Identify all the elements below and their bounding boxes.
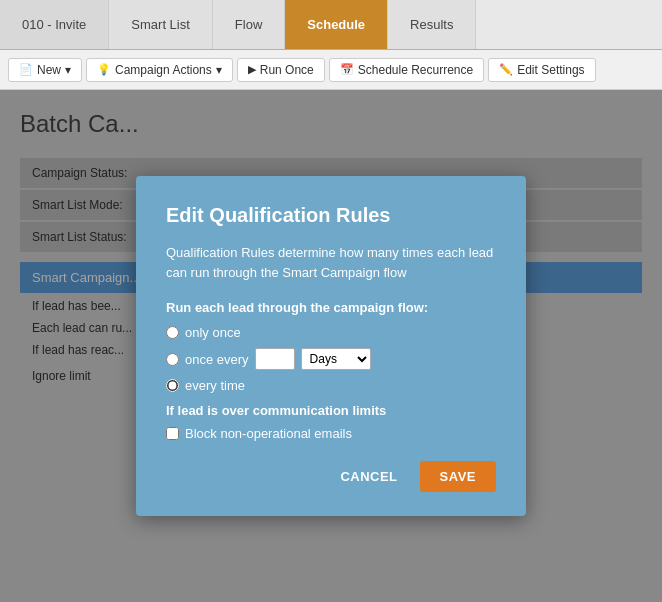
modal-description: Qualification Rules determine how many t… [166, 243, 496, 282]
new-dropdown-icon: ▾ [65, 63, 71, 77]
block-emails-label: Block non-operational emails [185, 426, 352, 441]
tab-schedule[interactable]: Schedule [285, 0, 388, 49]
days-select[interactable]: Days Weeks Months [301, 348, 371, 370]
new-icon: 📄 [19, 63, 33, 76]
modal-title: Edit Qualification Rules [166, 204, 496, 227]
comm-section: If lead is over communication limits Blo… [166, 403, 496, 441]
cancel-button[interactable]: CANCEL [326, 461, 411, 492]
radio-once-every[interactable] [166, 353, 179, 366]
save-button[interactable]: SAVE [420, 461, 496, 492]
radio-once-every-row: once every Days Weeks Months [166, 348, 496, 370]
days-input[interactable] [255, 348, 295, 370]
main-content: Batch Ca... Campaign Status: Smart List … [0, 90, 662, 602]
block-emails-checkbox[interactable] [166, 427, 179, 440]
radio-only-once-label: only once [185, 325, 241, 340]
new-button[interactable]: 📄 New ▾ [8, 58, 82, 82]
radio-only-once[interactable] [166, 326, 179, 339]
run-once-icon: ▶ [248, 63, 256, 76]
radio-group: only once once every Days Weeks Months e… [166, 325, 496, 393]
run-once-button[interactable]: ▶ Run Once [237, 58, 325, 82]
schedule-recurrence-button[interactable]: 📅 Schedule Recurrence [329, 58, 484, 82]
run-section-label: Run each lead through the campaign flow: [166, 300, 496, 315]
edit-settings-button[interactable]: ✏️ Edit Settings [488, 58, 595, 82]
edit-settings-icon: ✏️ [499, 63, 513, 76]
block-emails-row: Block non-operational emails [166, 426, 496, 441]
toolbar: 📄 New ▾ 💡 Campaign Actions ▾ ▶ Run Once … [0, 50, 662, 90]
schedule-icon: 📅 [340, 63, 354, 76]
top-nav: 010 - Invite Smart List Flow Schedule Re… [0, 0, 662, 50]
radio-only-once-row: only once [166, 325, 496, 340]
comm-section-label: If lead is over communication limits [166, 403, 496, 418]
edit-qualification-modal: Edit Qualification Rules Qualification R… [136, 176, 526, 516]
tab-results[interactable]: Results [388, 0, 476, 49]
modal-overlay: Edit Qualification Rules Qualification R… [0, 90, 662, 602]
modal-footer: CANCEL SAVE [166, 461, 496, 492]
radio-every-time-label: every time [185, 378, 245, 393]
campaign-icon: 💡 [97, 63, 111, 76]
tab-invite[interactable]: 010 - Invite [0, 0, 109, 49]
radio-once-every-label: once every [185, 352, 249, 367]
radio-every-time[interactable] [166, 379, 179, 392]
campaign-actions-button[interactable]: 💡 Campaign Actions ▾ [86, 58, 233, 82]
tab-smart-list[interactable]: Smart List [109, 0, 213, 49]
tab-flow[interactable]: Flow [213, 0, 285, 49]
campaign-dropdown-icon: ▾ [216, 63, 222, 77]
radio-every-time-row: every time [166, 378, 496, 393]
